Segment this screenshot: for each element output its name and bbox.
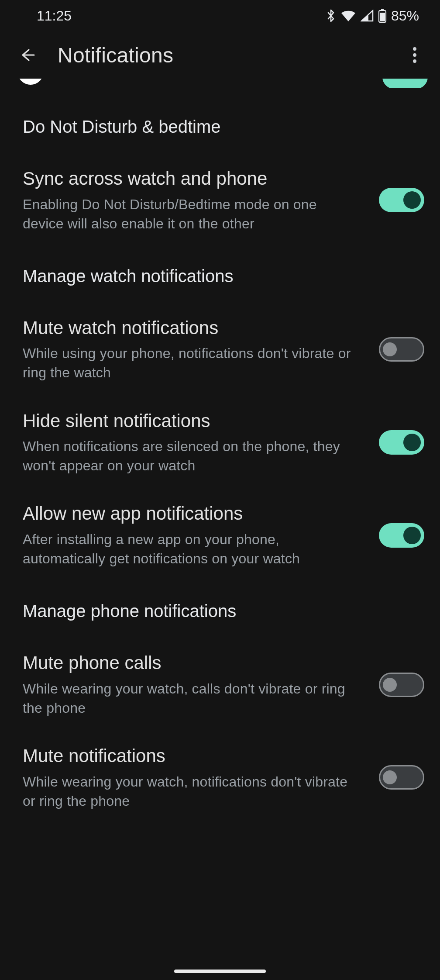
setting-hide-silent[interactable]: Hide silent notifications When notificat… bbox=[0, 387, 440, 480]
gesture-nav-bar[interactable] bbox=[0, 970, 440, 973]
setting-description: When notifications are silenced on the p… bbox=[23, 437, 354, 475]
toggle-mute-watch[interactable] bbox=[379, 337, 424, 362]
setting-allow-new[interactable]: Allow new app notifications After instal… bbox=[0, 480, 440, 573]
setting-label: Allow new app notifications bbox=[23, 502, 368, 525]
setting-description: While using your phone, notifications do… bbox=[23, 344, 354, 382]
setting-mute-watch[interactable]: Mute watch notifications While using you… bbox=[0, 294, 440, 387]
setting-description: Enabling Do Not Disturb/Bedtime mode on … bbox=[23, 195, 354, 233]
setting-mute-calls[interactable]: Mute phone calls While wearing your watc… bbox=[0, 629, 440, 722]
setting-description: While wearing your watch, notifications … bbox=[23, 772, 354, 811]
toggle-allow-new[interactable] bbox=[379, 523, 424, 548]
section-title-dnd: Do Not Disturb & bedtime bbox=[0, 88, 440, 145]
toggle-sync-dnd[interactable] bbox=[379, 188, 424, 212]
svg-rect-2 bbox=[380, 13, 385, 21]
clock: 11:25 bbox=[37, 8, 72, 24]
status-bar: 11:25 85% bbox=[0, 0, 440, 31]
toggle-hide-silent[interactable] bbox=[379, 430, 424, 455]
setting-sync-dnd[interactable]: Sync across watch and phone Enabling Do … bbox=[0, 145, 440, 238]
svg-point-4 bbox=[413, 53, 416, 57]
toggle-mute-calls[interactable] bbox=[379, 673, 424, 697]
battery-icon bbox=[378, 9, 387, 23]
page-title: Notifications bbox=[58, 43, 173, 67]
home-indicator[interactable] bbox=[174, 970, 266, 973]
signal-icon bbox=[361, 10, 374, 22]
scrolled-peek bbox=[0, 79, 440, 88]
setting-label: Mute watch notifications bbox=[23, 317, 368, 340]
svg-point-3 bbox=[413, 47, 416, 51]
setting-description: After installing a new app on your phone… bbox=[23, 530, 354, 568]
section-title-watch: Manage watch notifications bbox=[0, 238, 440, 294]
svg-point-5 bbox=[413, 59, 416, 63]
section-title-phone: Manage phone notifications bbox=[0, 573, 440, 629]
setting-mute-notifications[interactable]: Mute notifications While wearing your wa… bbox=[0, 722, 440, 815]
setting-label: Mute phone calls bbox=[23, 652, 368, 675]
settings-list[interactable]: Do Not Disturb & bedtime Sync across wat… bbox=[0, 88, 440, 832]
overflow-menu-button[interactable] bbox=[402, 43, 427, 67]
setting-label: Mute notifications bbox=[23, 745, 368, 768]
battery-text: 85% bbox=[391, 8, 419, 24]
setting-description: While wearing your watch, calls don't vi… bbox=[23, 679, 354, 718]
setting-label: Hide silent notifications bbox=[23, 410, 368, 433]
bluetooth-icon bbox=[326, 9, 336, 23]
setting-label: Sync across watch and phone bbox=[23, 167, 368, 190]
wifi-icon bbox=[340, 10, 356, 22]
toggle-mute-notifications[interactable] bbox=[379, 765, 424, 790]
status-icons: 85% bbox=[326, 8, 419, 24]
app-bar: Notifications bbox=[0, 31, 440, 79]
back-button[interactable] bbox=[16, 43, 40, 67]
